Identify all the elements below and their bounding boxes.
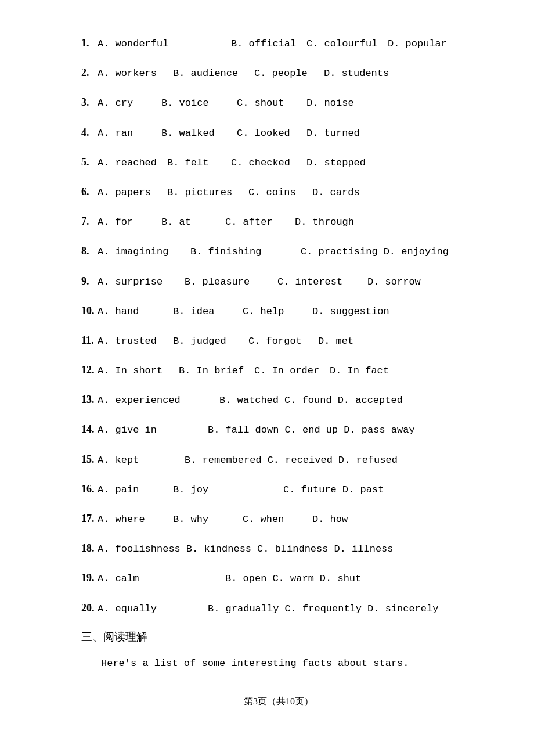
option-d: D. In fact — [330, 363, 389, 379]
question-number: 10. — [81, 303, 98, 319]
option-d: D. stepped — [306, 155, 366, 171]
option-a: A. In short — [98, 363, 173, 379]
option-a: A. papers — [98, 185, 161, 200]
option-a: A. imagining — [98, 244, 185, 260]
option-a: A. workers — [98, 66, 167, 81]
options-group: A. give inB. fall downC. end upD. pass a… — [98, 422, 421, 438]
question-item: 6.A. papersB. picturesC. coinsD. cards — [81, 183, 476, 200]
option-c: C. help — [243, 304, 306, 319]
question-item: 18.A. foolishnessB. kindnessC. blindness… — [81, 540, 476, 557]
option-b: B. audience — [173, 66, 248, 81]
option-b: B. gradually — [208, 601, 279, 617]
question-number: 13. — [81, 391, 98, 408]
option-d: D. enjoying — [384, 244, 449, 260]
option-c: C. In order — [254, 363, 324, 379]
question-number: 2. — [81, 64, 98, 81]
question-number: 8. — [81, 243, 98, 260]
option-c: C. end up — [284, 422, 338, 438]
option-c: C. future — [283, 482, 337, 498]
option-c: C. when — [243, 512, 306, 527]
options-group: A. workersB. audienceC. peopleD. student… — [98, 66, 395, 81]
option-a: A. foolishness — [98, 541, 181, 557]
question-number: 6. — [81, 183, 98, 200]
option-b: B. felt — [167, 155, 225, 171]
options-group: A. surpriseB. pleasureC. interestD. sorr… — [98, 274, 427, 290]
option-b: B. finishing — [190, 244, 295, 260]
option-d: D. met — [318, 333, 353, 349]
option-d: D. sorrow — [367, 274, 421, 290]
question-number: 18. — [81, 540, 98, 557]
option-b: B. remembered — [185, 452, 262, 468]
options-group: A. painB. joyC. futureD. past — [98, 482, 389, 498]
option-a: A. surprise — [98, 274, 179, 290]
question-item: 14.A. give inB. fall downC. end upD. pas… — [81, 421, 476, 438]
option-b: B. voice — [161, 95, 231, 111]
option-a: A. cry — [98, 95, 156, 111]
question-number: 4. — [81, 124, 98, 141]
question-number: 9. — [81, 273, 98, 290]
option-c: C. warm — [272, 571, 313, 586]
option-b: B. pleasure — [185, 274, 272, 290]
question-number: 19. — [81, 570, 98, 586]
option-a: A. hand — [98, 304, 167, 319]
option-b: B. joy — [173, 482, 277, 498]
option-c: C. coins — [248, 185, 306, 200]
option-a: A. wonderful — [98, 36, 225, 52]
options-group: A. trustedB. judgedC. forgotD. met — [98, 333, 359, 349]
question-list: 1.A. wonderfulB. officialC. colourfulD. … — [81, 35, 476, 617]
option-b: B. kindness — [186, 541, 251, 557]
question-item: 3.A. cryB. voiceC. shoutD. noise — [81, 94, 476, 111]
option-c: C. colourful — [306, 36, 382, 52]
question-item: 15.A. keptB. rememberedC. receivedD. ref… — [81, 451, 476, 468]
question-number: 11. — [81, 332, 98, 349]
option-a: A. where — [98, 512, 167, 527]
question-number: 16. — [81, 481, 98, 498]
option-b: B. fall down — [208, 422, 279, 438]
options-group: A. calmB. openC. warmD. shut — [98, 571, 367, 586]
question-item: 8.A. imaginingB. finishingC. practisingD… — [81, 243, 476, 260]
options-group: A. keptB. rememberedC. receivedD. refuse… — [98, 452, 403, 468]
option-a: A. kept — [98, 452, 179, 468]
option-d: D. refused — [338, 452, 398, 468]
option-b: B. In brief — [179, 363, 248, 379]
option-d: D. cards — [312, 185, 360, 200]
option-b: B. judged — [173, 333, 243, 349]
question-number: 15. — [81, 451, 98, 468]
options-group: A. whereB. whyC. whenD. how — [98, 512, 353, 527]
question-item: 1.A. wonderfulB. officialC. colourfulD. … — [81, 35, 476, 52]
question-item: 13.A. experiencedB. watchedC. foundD. ac… — [81, 391, 476, 408]
question-number: 14. — [81, 421, 98, 438]
option-c: C. looked — [237, 125, 301, 141]
options-group: A. papersB. picturesC. coinsD. cards — [98, 185, 366, 200]
option-c: C. forgot — [248, 333, 312, 349]
option-b: B. at — [161, 214, 219, 230]
option-b: B. why — [173, 512, 237, 527]
question-item: 9.A. surpriseB. pleasureC. interestD. so… — [81, 273, 476, 290]
option-b: B. official — [231, 36, 301, 52]
options-group: A. imaginingB. finishingC. practisingD. … — [98, 244, 454, 260]
options-group: A. cryB. voiceC. shoutD. noise — [98, 95, 360, 111]
question-item: 11.A. trustedB. judgedC. forgotD. met — [81, 332, 476, 349]
question-number: 1. — [81, 35, 98, 52]
question-item: 7.A. forB. atC. afterD. through — [81, 213, 476, 230]
question-item: 10.A. handB. ideaC. helpD. suggestion — [81, 303, 476, 319]
option-d: D. pass away — [344, 422, 414, 438]
option-d: D. accepted — [338, 393, 403, 408]
option-d: D. past — [342, 482, 384, 498]
section3-title: 三、阅读理解 — [81, 629, 476, 645]
option-a: A. experienced — [98, 393, 214, 408]
page-footer: 第3页（共10页） — [81, 696, 476, 708]
option-a: A. reached — [98, 155, 161, 171]
question-item: 2.A. workersB. audienceC. peopleD. stude… — [81, 64, 476, 81]
option-a: A. trusted — [98, 333, 167, 349]
question-number: 5. — [81, 154, 98, 171]
question-number: 20. — [81, 600, 98, 617]
option-a: A. equally — [98, 601, 202, 617]
option-b: B. walked — [161, 125, 231, 141]
option-c: C. practising — [301, 244, 378, 260]
options-group: A. wonderfulB. officialC. colourfulD. po… — [98, 36, 453, 52]
option-d: D. noise — [306, 95, 354, 111]
question-item: 17.A. whereB. whyC. whenD. how — [81, 510, 476, 527]
option-a: A. pain — [98, 482, 167, 498]
option-a: A. give in — [98, 422, 202, 438]
